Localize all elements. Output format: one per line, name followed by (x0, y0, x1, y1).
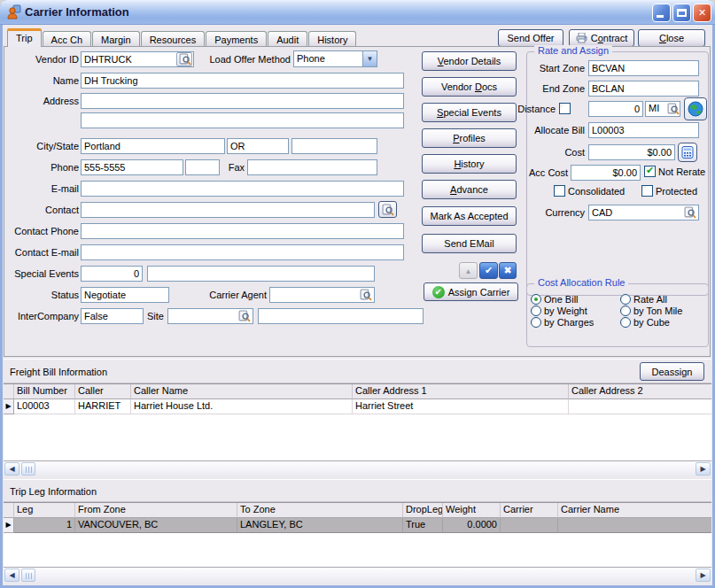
site-name-input[interactable] (258, 308, 424, 324)
column-header[interactable]: DropLeg (403, 503, 443, 518)
trip-leg-hscrollbar[interactable]: ◀ ▶ (4, 567, 711, 582)
column-header[interactable]: Caller Address 1 (353, 384, 569, 399)
email-input[interactable] (81, 181, 404, 197)
contact-email-input[interactable] (81, 244, 404, 260)
cancel-button[interactable]: ✖ (499, 262, 517, 279)
tab-resources[interactable]: Resources (141, 31, 206, 47)
radio-by-cube[interactable] (620, 317, 631, 328)
special-events-desc-input[interactable] (147, 266, 375, 282)
radio-one-bill[interactable] (531, 294, 541, 305)
maximize-button[interactable] (672, 4, 691, 22)
protected-checkbox[interactable] (641, 185, 653, 197)
cell-caller-name: Harriet House Ltd. (131, 399, 353, 414)
name-input[interactable] (81, 73, 404, 89)
vendor-id-label: Vendor ID (4, 54, 79, 65)
radio-by-weight[interactable] (531, 306, 541, 316)
scroll-left-icon[interactable]: ◀ (4, 462, 19, 476)
distance-input[interactable] (588, 101, 643, 117)
mark-as-accepted-button[interactable]: Mark As Accepted (422, 206, 517, 226)
state-input[interactable] (227, 138, 289, 154)
address2-input[interactable] (81, 112, 404, 128)
advance-button[interactable]: Advance (422, 180, 517, 199)
acc-cost-label: Acc Cost (513, 167, 568, 178)
deassign-button[interactable]: Deassign (640, 362, 704, 381)
rate-calculator-button[interactable] (678, 143, 697, 162)
profiles-button[interactable]: Profiles (422, 128, 517, 148)
city-input[interactable] (81, 138, 225, 154)
trip-leg-row[interactable]: ▶ 1 VANCOUVER, BC LANGLEY, BC True 0.000… (4, 518, 711, 533)
start-zone-input[interactable] (588, 60, 699, 76)
vendor-details-button[interactable]: Vendor Details (422, 51, 517, 71)
intercompany-label: InterCompany (4, 311, 79, 321)
send-email-button[interactable]: Send EMail (422, 234, 517, 253)
cost-input[interactable] (588, 144, 675, 160)
zip-input[interactable] (291, 138, 377, 154)
radio-by-ton-mile[interactable] (620, 306, 631, 316)
radio-rate-all[interactable] (620, 294, 631, 305)
distance-unit-lookup-icon[interactable] (667, 103, 680, 115)
load-offer-method-select[interactable]: Phone ▼ (293, 50, 377, 67)
scroll-right-icon[interactable]: ▶ (696, 462, 711, 476)
scroll-left-icon[interactable]: ◀ (4, 569, 19, 582)
distance-checkbox[interactable] (559, 103, 571, 114)
mileage-globe-button[interactable] (684, 97, 707, 120)
column-header[interactable]: Caller Address 2 (569, 384, 711, 399)
cell-from-zone: VANCOUVER, BC (75, 518, 237, 533)
tab-acc-ch[interactable]: Acc Ch (43, 31, 91, 47)
distance-unit-field[interactable]: MI (645, 101, 680, 117)
assign-carrier-label: Assign Carrier (448, 287, 510, 298)
contract-button[interactable]: Contract (569, 29, 634, 47)
status-input[interactable] (81, 287, 169, 303)
fax-input[interactable] (247, 159, 377, 175)
radio-by-charges[interactable] (531, 317, 541, 328)
confirm-button[interactable]: ✔ (479, 262, 498, 279)
site-lookup-icon[interactable] (238, 310, 251, 322)
column-header[interactable]: Carrier Name (558, 503, 711, 518)
column-header[interactable]: To Zone (237, 503, 403, 518)
carrier-agent-lookup-icon[interactable] (360, 289, 372, 301)
chevron-down-icon[interactable]: ▼ (362, 51, 377, 66)
close-button[interactable]: Close (638, 29, 705, 47)
collapse-up-button[interactable]: ▲ (459, 262, 478, 279)
minimize-button[interactable] (652, 4, 671, 22)
tab-audit[interactable]: Audit (268, 31, 307, 47)
end-zone-input[interactable] (588, 81, 699, 97)
send-offer-button[interactable]: Send Offer (498, 29, 563, 47)
vendor-docs-button[interactable]: Vendor Docs (422, 77, 517, 97)
cost-label: Cost (526, 147, 585, 158)
column-header[interactable]: Carrier (501, 503, 558, 518)
currency-lookup-icon[interactable] (684, 206, 696, 219)
scrollbar-thumb[interactable] (21, 462, 35, 476)
contact-lookup-button[interactable] (378, 201, 397, 218)
column-header[interactable]: Bill Number (14, 384, 75, 399)
scrollbar-thumb[interactable] (21, 569, 35, 582)
address1-input[interactable] (81, 93, 404, 109)
title-bar[interactable]: Carrier Information ✕ (0, 0, 715, 25)
tab-trip[interactable]: Trip (7, 28, 42, 47)
window-body: Trip Acc Ch Margin Resources Payments Au… (3, 25, 712, 585)
not-rerate-checkbox[interactable] (644, 166, 656, 177)
special-events-count-input[interactable] (81, 266, 143, 282)
phone-input[interactable] (81, 159, 183, 175)
currency-input[interactable] (588, 205, 699, 220)
contact-input[interactable] (81, 202, 375, 218)
column-header[interactable]: Weight (443, 503, 501, 518)
tab-margin[interactable]: Margin (92, 31, 140, 47)
close-window-button[interactable]: ✕ (693, 4, 711, 22)
tab-payments[interactable]: Payments (206, 31, 267, 47)
cell-weight: 0.0000 (443, 518, 501, 533)
acc-cost-input[interactable] (571, 165, 641, 181)
assign-carrier-button[interactable]: ✔ Assign Carrier (424, 282, 518, 301)
consolidated-checkbox[interactable] (554, 185, 565, 197)
column-header[interactable]: Caller Name (131, 384, 353, 399)
freight-bill-row[interactable]: ▶ L00003 HARRIET Harriet House Ltd. Harr… (4, 399, 711, 414)
allocate-bill-input[interactable] (588, 122, 699, 138)
column-header[interactable]: Caller (75, 384, 131, 399)
scroll-right-icon[interactable]: ▶ (696, 569, 711, 582)
contact-phone-input[interactable] (81, 223, 404, 239)
column-header[interactable]: Leg (14, 503, 75, 518)
freight-bill-hscrollbar[interactable]: ◀ ▶ (4, 460, 711, 476)
column-header[interactable]: From Zone (75, 503, 237, 518)
history-button[interactable]: History (422, 154, 517, 174)
tab-history[interactable]: History (308, 31, 356, 47)
